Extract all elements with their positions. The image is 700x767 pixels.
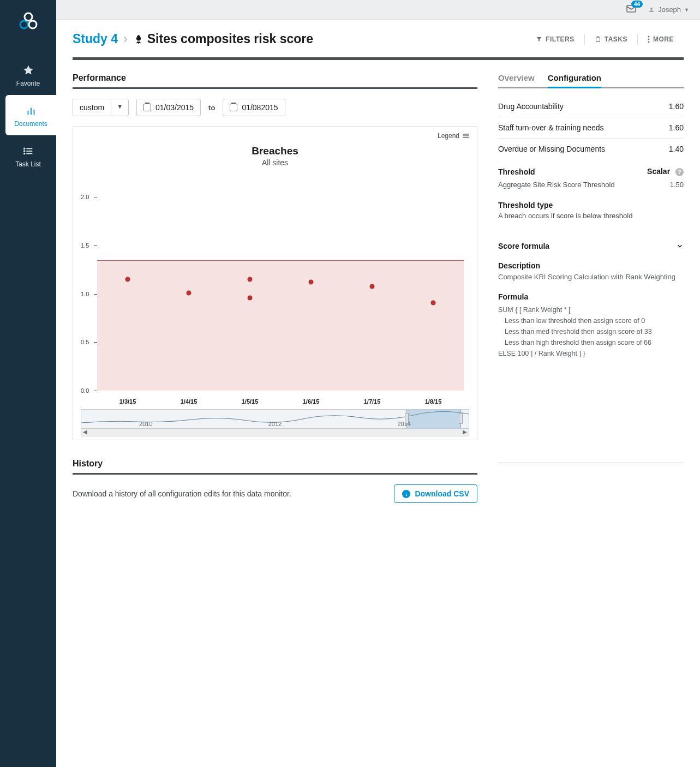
hamburger-icon [463, 133, 469, 139]
svg-point-11 [23, 153, 25, 154]
x-tick: 1/4/15 [181, 398, 198, 405]
config-row: Overdue or Missing Documents1.40 [498, 139, 684, 159]
sidebar: Favorite Documents Task List [0, 0, 56, 767]
user-name: Joseph [658, 5, 681, 14]
download-icon: ↓ [402, 490, 410, 498]
notification-badge: 44 [631, 1, 643, 8]
topbar: 44 Joseph ▼ [56, 0, 700, 20]
right-panel-rule [498, 463, 684, 463]
notifications-button[interactable]: 44 [626, 5, 636, 14]
x-tick: 1/5/15 [242, 398, 259, 405]
brush-scrollbar: ◀ ▶ [81, 428, 469, 436]
threshold-value: 1.50 [670, 181, 684, 189]
config-value: 1.60 [669, 102, 684, 111]
threshold-type-label: Threshold type [498, 201, 684, 209]
chart-card: Legend Breaches All sites 0.00.51.01.52.… [73, 126, 477, 440]
data-point[interactable] [309, 280, 314, 285]
nav-documents[interactable]: Documents [5, 95, 56, 135]
scroll-left-button[interactable]: ◀ [81, 429, 89, 436]
svg-point-13 [650, 8, 653, 10]
threshold-region [97, 260, 464, 391]
calendar-icon [230, 104, 237, 111]
chevron-down-icon: ▼ [684, 7, 689, 13]
help-icon[interactable]: ? [675, 168, 684, 176]
scatter-plot: 0.00.51.01.52.01/3/151/4/151/5/151/6/151… [81, 172, 469, 407]
data-point[interactable] [187, 290, 192, 295]
history-description: Download a history of all configuration … [73, 489, 291, 498]
x-tick: 1/7/15 [364, 398, 381, 405]
config-row: Drug Accountability1.60 [498, 96, 684, 117]
scalar-head: Scalar [647, 167, 670, 176]
svg-point-17 [648, 38, 650, 40]
svg-point-18 [648, 41, 650, 43]
formula-label: Formula [498, 292, 684, 301]
rocket-icon [133, 34, 144, 45]
legend-toggle[interactable]: Legend [73, 127, 477, 145]
svg-point-1 [29, 21, 37, 28]
user-menu[interactable]: Joseph ▼ [648, 5, 689, 14]
x-tick: 1/3/15 [119, 398, 136, 405]
tab-configuration[interactable]: Configuration [548, 71, 601, 87]
scroll-right-button[interactable]: ▶ [461, 429, 469, 436]
filter-icon [536, 36, 542, 43]
chart-subtitle: All sites [73, 158, 477, 167]
y-tick: 1.0 [81, 291, 89, 297]
tab-overview[interactable]: Overview [498, 71, 535, 87]
tasks-button[interactable]: TASKS [584, 34, 637, 45]
nav-label: Favorite [0, 80, 56, 87]
data-point[interactable] [248, 277, 253, 282]
data-point[interactable] [125, 277, 130, 282]
data-point[interactable] [431, 300, 436, 305]
kebab-icon [648, 35, 650, 43]
download-csv-button[interactable]: ↓ Download CSV [394, 484, 477, 503]
chevron-down-icon [676, 242, 684, 250]
svg-point-16 [648, 35, 650, 37]
formula-text: SUM { [ Rank Weight * [ Less than low th… [498, 304, 684, 359]
svg-point-9 [23, 148, 25, 149]
date-to-field[interactable]: 01/082015 [223, 99, 285, 116]
y-tick: 1.5 [81, 242, 89, 249]
x-tick: 1/6/15 [303, 398, 320, 405]
y-tick: 0.0 [81, 387, 89, 394]
score-formula-toggle[interactable]: Score formula [498, 242, 684, 250]
tabs: Overview Configuration [498, 71, 684, 88]
svg-point-2 [25, 13, 32, 21]
clipboard-icon [595, 36, 601, 43]
config-value: 1.40 [669, 145, 684, 153]
y-tick: 2.0 [81, 194, 89, 200]
breadcrumb: Study 4 › Sites composites risk score [73, 32, 313, 46]
config-row: Staff turn-over & training needs1.60 [498, 117, 684, 139]
app-logo [17, 11, 40, 33]
breadcrumb-separator: › [123, 32, 128, 46]
svg-point-10 [23, 151, 25, 152]
description-value: Composite KRI Scoring Calculation with R… [498, 272, 684, 283]
data-point[interactable] [248, 295, 253, 300]
svg-point-0 [20, 21, 28, 28]
dropdown-value: custom [73, 99, 111, 116]
to-label: to [208, 104, 215, 112]
section-title-history: History [73, 457, 477, 475]
brush-handle-left[interactable] [405, 413, 409, 424]
nav-favorite[interactable]: Favorite [0, 55, 56, 95]
filters-button[interactable]: FILTERS [526, 34, 584, 45]
section-title-performance: Performance [73, 71, 477, 89]
brush-handle-right[interactable] [459, 413, 463, 424]
brush-selection[interactable] [406, 410, 460, 428]
breadcrumb-study-link[interactable]: Study 4 [73, 32, 118, 46]
more-button[interactable]: MORE [637, 34, 684, 45]
header-actions: FILTERS TASKS MORE [526, 34, 684, 45]
data-point[interactable] [370, 284, 375, 289]
description-label: Description [498, 261, 684, 270]
x-tick: 1/8/15 [425, 398, 442, 405]
time-brush[interactable]: 2010 2012 2014 ◀ ▶ [81, 409, 469, 436]
nav-label: Documents [5, 120, 56, 128]
date-from-field[interactable]: 01/03/2015 [136, 99, 201, 116]
calendar-icon [143, 104, 151, 111]
threshold-name: Aggregate Site Risk Score Threshold [498, 181, 615, 189]
nav-tasklist[interactable]: Task List [0, 135, 56, 176]
range-mode-dropdown[interactable]: custom ▼ [73, 99, 129, 116]
config-label: Drug Accountability [498, 102, 564, 111]
nav-label: Task List [0, 160, 56, 168]
config-label: Staff turn-over & training needs [498, 123, 604, 132]
page-title: Sites composites risk score [147, 32, 313, 46]
